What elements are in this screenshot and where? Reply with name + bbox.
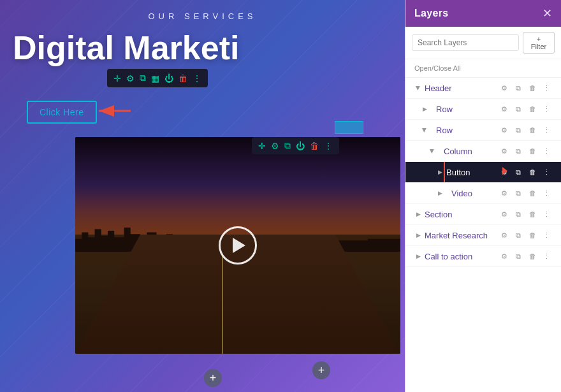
layers-list: ▶ Header ⚙ ⧉ 🗑 ⋮ ▶ Row ⚙ ⧉ 🗑 ⋮ ▶ Row bbox=[405, 78, 561, 392]
svg-marker-2 bbox=[502, 167, 507, 175]
duplicate-icon[interactable]: ⧉ bbox=[513, 208, 524, 220]
chevron-down-icon: ▶ bbox=[414, 84, 422, 92]
settings-icon[interactable]: ⚙ bbox=[499, 124, 510, 136]
settings-icon[interactable]: ⚙ bbox=[126, 73, 135, 83]
layer-item-call-to-action[interactable]: ▶ Call to action ⚙ ⧉ 🗑 ⋮ bbox=[405, 246, 561, 267]
layer-item-column[interactable]: ▶ Column ⚙ ⧉ 🗑 ⋮ bbox=[405, 141, 561, 162]
active-indicator bbox=[444, 162, 445, 182]
more-icon[interactable]: ⋮ bbox=[541, 145, 552, 157]
play-triangle bbox=[233, 238, 245, 253]
video-background bbox=[75, 137, 400, 354]
duplicate-icon[interactable]: ⧉ bbox=[513, 145, 524, 157]
open-close-all[interactable]: Open/Close All bbox=[405, 59, 561, 78]
element-toolbar: ✛ ⚙ ⧉ ▦ ⏻ 🗑 ⋮ bbox=[107, 69, 208, 87]
layer-name: Header bbox=[425, 83, 499, 93]
more-icon[interactable]: ⋮ bbox=[541, 82, 552, 94]
layer-actions: ⚙ ⧉ 🗑 ⋮ bbox=[499, 82, 552, 94]
add-element-button[interactable]: + bbox=[312, 361, 330, 379]
duplicate-icon[interactable]: ⧉ bbox=[513, 103, 524, 115]
layer-item-row2[interactable]: ▶ Row ⚙ ⧉ 🗑 ⋮ bbox=[405, 120, 561, 141]
layer-item-market-research[interactable]: ▶ Market Research ⚙ ⧉ 🗑 ⋮ bbox=[405, 225, 561, 246]
search-bar: + Filter bbox=[405, 27, 561, 59]
more-icon[interactable]: ⋮ bbox=[541, 208, 552, 220]
move-icon[interactable]: ✛ bbox=[113, 73, 121, 83]
delete-icon[interactable]: 🗑 bbox=[527, 82, 538, 94]
delete-icon[interactable]: 🗑 bbox=[527, 124, 538, 136]
more-icon[interactable]: ⋮ bbox=[541, 250, 552, 262]
chevron-right-icon: ▶ bbox=[414, 252, 422, 260]
layer-actions: ⚙ ⧉ 🗑 ⋮ bbox=[499, 208, 552, 220]
click-here-button[interactable]: Click Here bbox=[27, 101, 97, 124]
duplicate-icon[interactable]: ⧉ bbox=[513, 124, 524, 136]
settings-icon[interactable]: ⚙ bbox=[499, 208, 510, 220]
duplicate-icon[interactable]: ⧉ bbox=[140, 73, 146, 83]
layer-actions: ⚙ ⧉ 🗑 ⋮ bbox=[499, 187, 552, 199]
settings-icon[interactable]: ⚙ bbox=[499, 103, 510, 115]
video-area bbox=[75, 137, 400, 354]
vt-power-icon[interactable]: ⏻ bbox=[296, 141, 305, 151]
settings-icon[interactable]: ⚙ bbox=[499, 250, 510, 262]
play-button[interactable] bbox=[219, 226, 257, 265]
chevron-down-icon: ▶ bbox=[421, 126, 428, 134]
settings-icon[interactable]: ⚙ bbox=[499, 229, 510, 241]
delete-icon[interactable]: 🗑 bbox=[527, 229, 538, 241]
red-arrow bbox=[96, 104, 134, 120]
layer-item-section[interactable]: ▶ Section ⚙ ⧉ 🗑 ⋮ bbox=[405, 204, 561, 225]
layers-close-button[interactable]: ✕ bbox=[543, 8, 552, 19]
grid-icon[interactable]: ▦ bbox=[151, 73, 159, 83]
add-row-button[interactable]: + bbox=[204, 369, 222, 387]
delete-icon[interactable]: 🗑 bbox=[527, 166, 538, 178]
layer-name: Video bbox=[446, 189, 499, 198]
layer-name: Column bbox=[439, 147, 499, 156]
duplicate-icon[interactable]: ⧉ bbox=[513, 82, 524, 94]
layer-actions: ⚙ ⧉ 🗑 ⋮ bbox=[499, 250, 552, 262]
vt-more-icon[interactable]: ⋮ bbox=[324, 141, 333, 151]
layers-header: Layers ✕ bbox=[405, 0, 561, 27]
layer-name: Row bbox=[431, 126, 499, 135]
chevron-right-icon: ▶ bbox=[421, 105, 428, 113]
delete-icon[interactable]: 🗑 bbox=[527, 145, 538, 157]
layer-item-button[interactable]: ▶ Button ⚙ ⧉ 🗑 ⋮ bbox=[405, 162, 561, 183]
more-icon[interactable]: ⋮ bbox=[541, 187, 552, 199]
layer-item-video[interactable]: ▶ Video ⚙ ⧉ 🗑 ⋮ bbox=[405, 183, 561, 204]
layer-name: Row bbox=[431, 105, 499, 114]
more-icon[interactable]: ⋮ bbox=[541, 103, 552, 115]
delete-icon[interactable]: 🗑 bbox=[527, 187, 538, 199]
power-icon[interactable]: ⏻ bbox=[164, 73, 173, 83]
layer-actions: ⚙ ⧉ 🗑 ⋮ bbox=[499, 145, 552, 157]
layer-actions: ⚙ ⧉ 🗑 ⋮ bbox=[499, 124, 552, 136]
duplicate-icon[interactable]: ⧉ bbox=[513, 229, 524, 241]
layer-item-header[interactable]: ▶ Header ⚙ ⧉ 🗑 ⋮ bbox=[405, 78, 561, 99]
layer-name: Call to action bbox=[425, 252, 499, 261]
more-icon[interactable]: ⋮ bbox=[193, 73, 201, 83]
delete-icon[interactable]: 🗑 bbox=[527, 103, 538, 115]
delete-icon[interactable]: 🗑 bbox=[527, 208, 538, 220]
delete-icon[interactable]: 🗑 bbox=[178, 73, 187, 83]
vt-duplicate-icon[interactable]: ⧉ bbox=[284, 140, 291, 151]
chevron-right-icon: ▶ bbox=[436, 189, 444, 197]
layer-actions: ⚙ ⧉ 🗑 ⋮ bbox=[499, 103, 552, 115]
duplicate-icon[interactable]: ⧉ bbox=[513, 250, 524, 262]
chevron-right-icon: ▶ bbox=[414, 231, 422, 239]
road-line bbox=[222, 256, 223, 354]
duplicate-icon[interactable]: ⧉ bbox=[513, 166, 524, 178]
duplicate-icon[interactable]: ⧉ bbox=[513, 187, 524, 199]
settings-icon[interactable]: ⚙ bbox=[499, 145, 510, 157]
more-icon[interactable]: ⋮ bbox=[541, 229, 552, 241]
vt-delete-icon[interactable]: 🗑 bbox=[310, 141, 319, 151]
layer-name: Market Research bbox=[425, 231, 499, 240]
more-icon[interactable]: ⋮ bbox=[541, 166, 552, 178]
layer-item-row1[interactable]: ▶ Row ⚙ ⧉ 🗑 ⋮ bbox=[405, 99, 561, 120]
settings-icon[interactable]: ⚙ bbox=[499, 82, 510, 94]
layer-name: Button bbox=[446, 168, 499, 177]
vt-move-icon[interactable]: ✛ bbox=[258, 141, 266, 151]
main-canvas: OUR SERVICES Digital Marketi ✛ ⚙ ⧉ ▦ ⏻ 🗑… bbox=[0, 0, 405, 392]
delete-icon[interactable]: 🗑 bbox=[527, 250, 538, 262]
vt-settings-icon[interactable]: ⚙ bbox=[271, 141, 279, 151]
chevron-down-icon: ▶ bbox=[428, 147, 436, 155]
search-input[interactable] bbox=[412, 34, 519, 51]
filter-button[interactable]: + Filter bbox=[523, 32, 555, 54]
more-icon[interactable]: ⋮ bbox=[541, 124, 552, 136]
red-indicator bbox=[500, 166, 510, 178]
settings-icon[interactable]: ⚙ bbox=[499, 187, 510, 199]
